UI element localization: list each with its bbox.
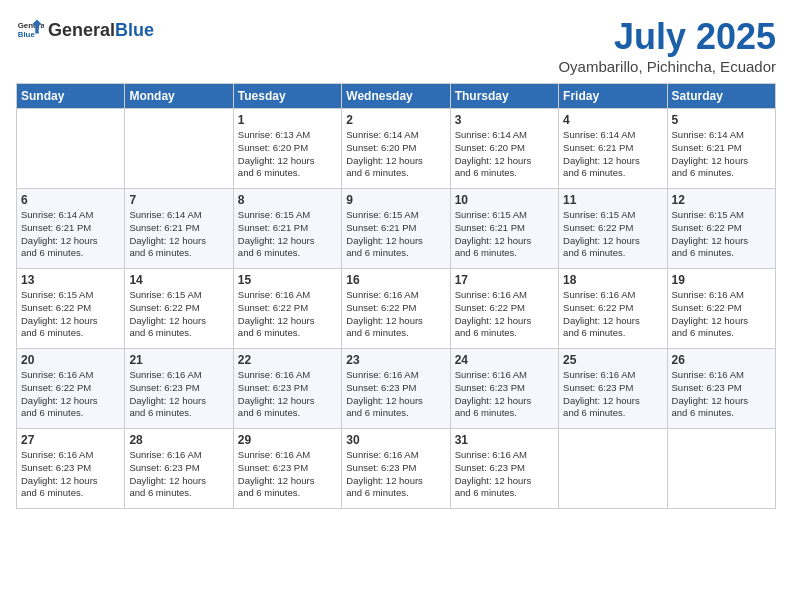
logo: General Blue GeneralBlue	[16, 16, 154, 44]
day-number: 14	[129, 273, 228, 287]
week-row-1: 1Sunrise: 6:13 AM Sunset: 6:20 PM Daylig…	[17, 109, 776, 189]
cell-info: Sunrise: 6:15 AM Sunset: 6:22 PM Dayligh…	[563, 209, 662, 260]
cell-info: Sunrise: 6:16 AM Sunset: 6:23 PM Dayligh…	[238, 369, 337, 420]
day-number: 5	[672, 113, 771, 127]
day-number: 29	[238, 433, 337, 447]
col-header-saturday: Saturday	[667, 84, 775, 109]
week-row-5: 27Sunrise: 6:16 AM Sunset: 6:23 PM Dayli…	[17, 429, 776, 509]
calendar-cell: 30Sunrise: 6:16 AM Sunset: 6:23 PM Dayli…	[342, 429, 450, 509]
week-row-3: 13Sunrise: 6:15 AM Sunset: 6:22 PM Dayli…	[17, 269, 776, 349]
calendar-cell	[667, 429, 775, 509]
day-number: 1	[238, 113, 337, 127]
day-number: 18	[563, 273, 662, 287]
cell-info: Sunrise: 6:16 AM Sunset: 6:22 PM Dayligh…	[672, 289, 771, 340]
day-number: 8	[238, 193, 337, 207]
cell-info: Sunrise: 6:16 AM Sunset: 6:23 PM Dayligh…	[563, 369, 662, 420]
cell-info: Sunrise: 6:16 AM Sunset: 6:23 PM Dayligh…	[455, 369, 554, 420]
day-number: 19	[672, 273, 771, 287]
day-number: 13	[21, 273, 120, 287]
cell-info: Sunrise: 6:14 AM Sunset: 6:21 PM Dayligh…	[129, 209, 228, 260]
calendar-cell: 10Sunrise: 6:15 AM Sunset: 6:21 PM Dayli…	[450, 189, 558, 269]
calendar-cell: 29Sunrise: 6:16 AM Sunset: 6:23 PM Dayli…	[233, 429, 341, 509]
cell-info: Sunrise: 6:14 AM Sunset: 6:20 PM Dayligh…	[346, 129, 445, 180]
calendar-cell: 11Sunrise: 6:15 AM Sunset: 6:22 PM Dayli…	[559, 189, 667, 269]
day-number: 31	[455, 433, 554, 447]
cell-info: Sunrise: 6:16 AM Sunset: 6:22 PM Dayligh…	[21, 369, 120, 420]
cell-info: Sunrise: 6:16 AM Sunset: 6:23 PM Dayligh…	[346, 449, 445, 500]
cell-info: Sunrise: 6:15 AM Sunset: 6:21 PM Dayligh…	[455, 209, 554, 260]
day-number: 4	[563, 113, 662, 127]
cell-info: Sunrise: 6:16 AM Sunset: 6:22 PM Dayligh…	[346, 289, 445, 340]
calendar-cell	[125, 109, 233, 189]
svg-text:Blue: Blue	[18, 30, 36, 39]
day-number: 24	[455, 353, 554, 367]
day-number: 11	[563, 193, 662, 207]
col-header-monday: Monday	[125, 84, 233, 109]
cell-info: Sunrise: 6:15 AM Sunset: 6:22 PM Dayligh…	[672, 209, 771, 260]
week-row-2: 6Sunrise: 6:14 AM Sunset: 6:21 PM Daylig…	[17, 189, 776, 269]
day-number: 16	[346, 273, 445, 287]
calendar-cell: 27Sunrise: 6:16 AM Sunset: 6:23 PM Dayli…	[17, 429, 125, 509]
calendar-cell: 19Sunrise: 6:16 AM Sunset: 6:22 PM Dayli…	[667, 269, 775, 349]
cell-info: Sunrise: 6:15 AM Sunset: 6:21 PM Dayligh…	[346, 209, 445, 260]
col-header-wednesday: Wednesday	[342, 84, 450, 109]
cell-info: Sunrise: 6:15 AM Sunset: 6:21 PM Dayligh…	[238, 209, 337, 260]
cell-info: Sunrise: 6:16 AM Sunset: 6:23 PM Dayligh…	[672, 369, 771, 420]
logo-icon: General Blue	[16, 16, 44, 44]
calendar-cell: 28Sunrise: 6:16 AM Sunset: 6:23 PM Dayli…	[125, 429, 233, 509]
calendar-cell: 2Sunrise: 6:14 AM Sunset: 6:20 PM Daylig…	[342, 109, 450, 189]
cell-info: Sunrise: 6:16 AM Sunset: 6:23 PM Dayligh…	[21, 449, 120, 500]
day-number: 7	[129, 193, 228, 207]
title-block: July 2025 Oyambarillo, Pichincha, Ecuado…	[558, 16, 776, 75]
calendar-cell: 1Sunrise: 6:13 AM Sunset: 6:20 PM Daylig…	[233, 109, 341, 189]
logo-blue-text: Blue	[115, 20, 154, 40]
cell-info: Sunrise: 6:13 AM Sunset: 6:20 PM Dayligh…	[238, 129, 337, 180]
calendar-cell: 7Sunrise: 6:14 AM Sunset: 6:21 PM Daylig…	[125, 189, 233, 269]
cell-info: Sunrise: 6:16 AM Sunset: 6:23 PM Dayligh…	[238, 449, 337, 500]
week-row-4: 20Sunrise: 6:16 AM Sunset: 6:22 PM Dayli…	[17, 349, 776, 429]
calendar-cell: 13Sunrise: 6:15 AM Sunset: 6:22 PM Dayli…	[17, 269, 125, 349]
cell-info: Sunrise: 6:14 AM Sunset: 6:21 PM Dayligh…	[563, 129, 662, 180]
day-number: 21	[129, 353, 228, 367]
calendar-cell: 18Sunrise: 6:16 AM Sunset: 6:22 PM Dayli…	[559, 269, 667, 349]
calendar-header-row: SundayMondayTuesdayWednesdayThursdayFrid…	[17, 84, 776, 109]
cell-info: Sunrise: 6:16 AM Sunset: 6:22 PM Dayligh…	[563, 289, 662, 340]
calendar-cell: 16Sunrise: 6:16 AM Sunset: 6:22 PM Dayli…	[342, 269, 450, 349]
day-number: 12	[672, 193, 771, 207]
page-header: General Blue GeneralBlue July 2025 Oyamb…	[16, 16, 776, 75]
day-number: 26	[672, 353, 771, 367]
day-number: 20	[21, 353, 120, 367]
calendar-cell: 14Sunrise: 6:15 AM Sunset: 6:22 PM Dayli…	[125, 269, 233, 349]
day-number: 30	[346, 433, 445, 447]
day-number: 23	[346, 353, 445, 367]
calendar-cell: 25Sunrise: 6:16 AM Sunset: 6:23 PM Dayli…	[559, 349, 667, 429]
calendar-cell: 21Sunrise: 6:16 AM Sunset: 6:23 PM Dayli…	[125, 349, 233, 429]
cell-info: Sunrise: 6:16 AM Sunset: 6:23 PM Dayligh…	[346, 369, 445, 420]
calendar-cell: 5Sunrise: 6:14 AM Sunset: 6:21 PM Daylig…	[667, 109, 775, 189]
col-header-friday: Friday	[559, 84, 667, 109]
calendar-cell: 22Sunrise: 6:16 AM Sunset: 6:23 PM Dayli…	[233, 349, 341, 429]
cell-info: Sunrise: 6:16 AM Sunset: 6:23 PM Dayligh…	[129, 449, 228, 500]
location-subtitle: Oyambarillo, Pichincha, Ecuador	[558, 58, 776, 75]
day-number: 10	[455, 193, 554, 207]
calendar-cell: 15Sunrise: 6:16 AM Sunset: 6:22 PM Dayli…	[233, 269, 341, 349]
month-year-title: July 2025	[558, 16, 776, 58]
day-number: 3	[455, 113, 554, 127]
calendar-cell: 17Sunrise: 6:16 AM Sunset: 6:22 PM Dayli…	[450, 269, 558, 349]
cell-info: Sunrise: 6:14 AM Sunset: 6:21 PM Dayligh…	[672, 129, 771, 180]
calendar-cell: 6Sunrise: 6:14 AM Sunset: 6:21 PM Daylig…	[17, 189, 125, 269]
day-number: 22	[238, 353, 337, 367]
day-number: 9	[346, 193, 445, 207]
calendar-cell: 23Sunrise: 6:16 AM Sunset: 6:23 PM Dayli…	[342, 349, 450, 429]
calendar-cell: 26Sunrise: 6:16 AM Sunset: 6:23 PM Dayli…	[667, 349, 775, 429]
day-number: 17	[455, 273, 554, 287]
calendar-table: SundayMondayTuesdayWednesdayThursdayFrid…	[16, 83, 776, 509]
col-header-tuesday: Tuesday	[233, 84, 341, 109]
col-header-sunday: Sunday	[17, 84, 125, 109]
calendar-cell: 9Sunrise: 6:15 AM Sunset: 6:21 PM Daylig…	[342, 189, 450, 269]
day-number: 25	[563, 353, 662, 367]
calendar-cell: 8Sunrise: 6:15 AM Sunset: 6:21 PM Daylig…	[233, 189, 341, 269]
day-number: 15	[238, 273, 337, 287]
cell-info: Sunrise: 6:14 AM Sunset: 6:21 PM Dayligh…	[21, 209, 120, 260]
cell-info: Sunrise: 6:16 AM Sunset: 6:22 PM Dayligh…	[455, 289, 554, 340]
